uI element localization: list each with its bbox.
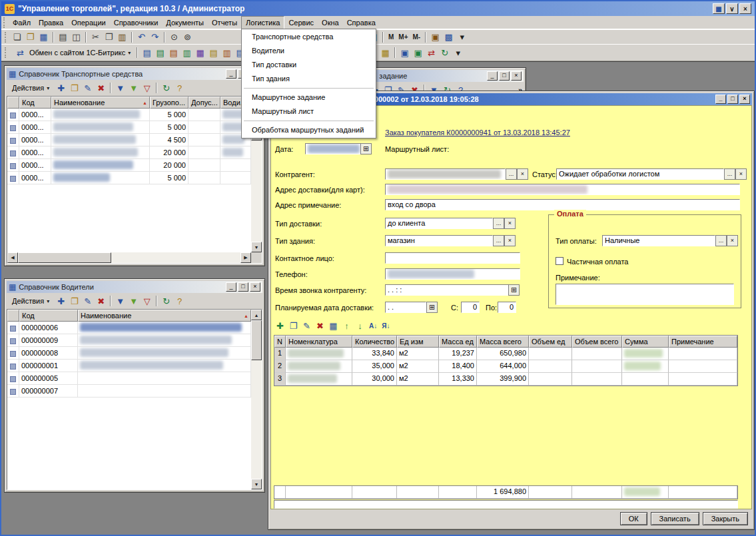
- planned-date-builder-button[interactable]: ⊞: [426, 302, 438, 313]
- header-allowed[interactable]: Допус...: [189, 97, 220, 109]
- drivers-titlebar[interactable]: ▦ Справочник Водители _ □ ×: [7, 281, 262, 293]
- header-volume-unit[interactable]: Объем ед: [529, 336, 572, 348]
- items-row[interactable]: 1 33,840 м2 19,237 650,980: [274, 348, 737, 360]
- vehicles-titlebar[interactable]: ▦ Справочник Транспортные средства _ □ ×: [7, 68, 262, 80]
- header-mass-total[interactable]: Масса всего: [477, 336, 529, 348]
- add-item-icon[interactable]: ✚: [55, 295, 67, 307]
- delete-row-icon[interactable]: ✖: [314, 320, 326, 332]
- copy-row-icon[interactable]: ❐: [287, 320, 300, 332]
- clear-button[interactable]: ×: [735, 168, 747, 180]
- horizontal-scrollbar[interactable]: ◀ ▶: [7, 252, 251, 263]
- window-grid-icon[interactable]: ▦: [713, 3, 725, 14]
- menu-documents[interactable]: Документы: [162, 17, 208, 29]
- status-input[interactable]: Ожидает обработки логистом: [556, 168, 724, 180]
- refresh-icon[interactable]: ↻: [160, 82, 173, 94]
- header-name[interactable]: Наименование▲: [78, 310, 251, 322]
- table-row[interactable]: 0000... 5 000: [7, 109, 251, 121]
- settings-icon[interactable]: ▣: [398, 47, 411, 59]
- header-n[interactable]: N: [274, 336, 286, 348]
- clear-button[interactable]: ×: [727, 235, 738, 246]
- update-icon[interactable]: ↻: [438, 47, 451, 59]
- basis-link[interactable]: Заказ покупателя К0000000941 от 13.03.20…: [385, 129, 570, 136]
- minimize-icon[interactable]: _: [226, 282, 236, 292]
- filter-settings-icon[interactable]: ▼: [127, 295, 140, 307]
- add-group-icon[interactable]: ❐: [68, 82, 81, 94]
- menu-logistics[interactable]: Логистика: [241, 16, 284, 29]
- delete-icon[interactable]: ✖: [95, 82, 107, 94]
- exchange-site-icon[interactable]: ⇄: [425, 47, 438, 59]
- choose-button[interactable]: ...: [715, 235, 727, 246]
- window-menu-icon[interactable]: ∨: [726, 3, 738, 14]
- scroll-down-icon[interactable]: ▼: [251, 242, 262, 252]
- logistics-menu-item[interactable]: Водители: [242, 44, 375, 58]
- date-input[interactable]: [305, 143, 361, 154]
- vertical-scrollbar[interactable]: ▲ ▼: [251, 310, 262, 489]
- sort-desc-icon[interactable]: Я↓: [380, 320, 392, 332]
- move-up-icon[interactable]: ↑: [340, 320, 353, 332]
- table-row[interactable]: 000000009: [7, 334, 251, 347]
- cut-icon[interactable]: ✂: [89, 31, 102, 43]
- customer-order-icon[interactable]: ▤: [154, 47, 167, 59]
- supplier-order-icon[interactable]: ▤: [167, 47, 180, 59]
- filter-by-value-icon[interactable]: ▼: [114, 295, 127, 307]
- fill-icon[interactable]: ▦: [327, 320, 340, 332]
- delivery-address-input[interactable]: [385, 184, 740, 195]
- calc-m-plus-icon[interactable]: М+: [396, 31, 410, 43]
- header-name[interactable]: Наименование▲: [51, 97, 150, 109]
- header-icon-cell[interactable]: [7, 310, 19, 322]
- scroll-left-icon[interactable]: ◀: [7, 252, 18, 263]
- add-row-icon[interactable]: ✚: [274, 320, 286, 332]
- filter-settings-icon[interactable]: ▼: [127, 82, 140, 94]
- header-volume-total[interactable]: Объем всего: [572, 336, 622, 348]
- filter-clear-icon[interactable]: ▽: [141, 295, 153, 307]
- table-row[interactable]: 0000... 4 500: [7, 134, 251, 146]
- scroll-down-icon[interactable]: ▼: [251, 479, 262, 489]
- call-time-input[interactable]: . . : :: [385, 284, 509, 296]
- close-icon[interactable]: ×: [739, 3, 751, 14]
- header-nomenclature[interactable]: Номенклатура: [286, 336, 352, 348]
- from-input[interactable]: 0: [461, 302, 480, 313]
- maximize-icon[interactable]: □: [727, 95, 738, 104]
- table-row[interactable]: 000000006: [7, 322, 251, 334]
- print-icon[interactable]: ▤: [57, 31, 69, 43]
- undo-icon[interactable]: ↶: [135, 31, 148, 43]
- calendar-icon[interactable]: ▣: [429, 31, 442, 43]
- maximize-icon[interactable]: □: [238, 282, 248, 292]
- find-icon[interactable]: ⊙: [168, 31, 181, 43]
- scroll-right-icon[interactable]: ▶: [240, 252, 251, 263]
- logistics-menu-item[interactable]: Тип здания: [242, 72, 375, 86]
- table-row[interactable]: 000000001: [7, 360, 251, 372]
- menu-operations[interactable]: Операции: [67, 17, 109, 29]
- close-icon[interactable]: ×: [511, 71, 522, 81]
- add-group-icon[interactable]: ❐: [68, 295, 81, 307]
- menu-help[interactable]: Справка: [343, 17, 380, 29]
- close-icon[interactable]: ×: [250, 282, 260, 292]
- header-code[interactable]: Код: [19, 310, 78, 322]
- header-sum[interactable]: Сумма: [622, 336, 669, 348]
- add-item-icon[interactable]: ✚: [55, 82, 67, 94]
- new-document-icon[interactable]: ❏: [11, 31, 23, 43]
- document-journal-icon[interactable]: ▤: [141, 47, 153, 59]
- choose-button[interactable]: ...: [493, 218, 504, 229]
- table-row[interactable]: 0000... 5 000: [7, 172, 251, 184]
- to-input[interactable]: 0: [498, 302, 516, 313]
- choose-button[interactable]: ...: [506, 168, 517, 180]
- header-code[interactable]: Код: [19, 97, 51, 109]
- choose-button[interactable]: ...: [724, 168, 735, 180]
- partial-payment-checkbox[interactable]: [556, 257, 564, 265]
- edit-icon[interactable]: ✎: [81, 82, 94, 94]
- choose-button[interactable]: ...: [493, 235, 504, 246]
- toolbar-more-icon[interactable]: ▾: [456, 31, 468, 43]
- actions-button[interactable]: Действия ▾: [8, 83, 53, 93]
- logistics-menu-item[interactable]: Тип доставки: [242, 58, 375, 72]
- save-icon[interactable]: ▦: [37, 31, 50, 43]
- move-down-icon[interactable]: ↓: [354, 320, 366, 332]
- menu-reports[interactable]: Отчеты: [208, 17, 241, 29]
- save-button[interactable]: Записать: [651, 512, 699, 525]
- close-icon[interactable]: ×: [739, 95, 750, 104]
- logistics-menu-item[interactable]: Обработка маршрутных заданий: [242, 123, 375, 137]
- planned-date-input[interactable]: . .: [385, 302, 426, 313]
- menu-windows[interactable]: Окна: [318, 17, 343, 29]
- sort-asc-icon[interactable]: А↓: [367, 320, 379, 332]
- edit-row-icon[interactable]: ✎: [300, 320, 313, 332]
